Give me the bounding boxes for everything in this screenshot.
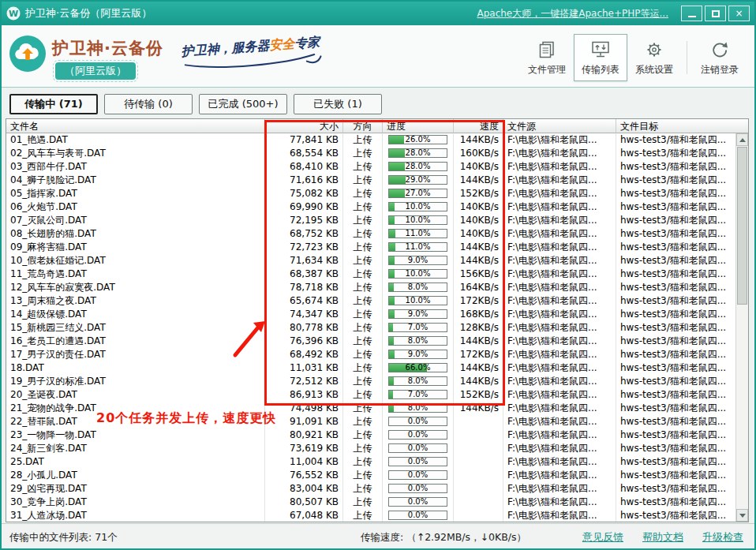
column-header-source[interactable]: 文件源 <box>503 119 616 133</box>
table-row[interactable]: 29_凶宅再现.DAT83,004 KB上传0.0%F:\电影\猫和老鼠四...… <box>6 482 735 496</box>
tab-transferring[interactable]: 传输中 (71) <box>9 94 98 114</box>
table-row[interactable]: 18.DAT11,031 KB上传66.0%144KB/sF:\电影\猫和老鼠四… <box>6 361 735 375</box>
table-row[interactable]: 20_圣诞夜.DAT86,913 KB上传7.0%152KB/sF:\电影\猫和… <box>6 388 735 402</box>
table-row[interactable]: 04_狮子脱险记.DAT71,616 KB上传29.0%144KB/sF:\电影… <box>6 174 735 187</box>
table-row[interactable]: 25.DAT11,004 KB上传0.0%F:\电影\猫和老鼠四...hws-t… <box>6 455 735 469</box>
file-size-cell: 69,990 KB <box>265 200 343 214</box>
tab-completed[interactable]: 已完成 (500+) <box>199 94 287 114</box>
progress-label: 10.0% <box>389 269 447 279</box>
table-row[interactable]: 11_荒岛奇遇.DAT68,387 KB上传10.0%156KB/sF:\电影\… <box>6 268 735 281</box>
file-size-cell: 68,554 KB <box>265 147 343 160</box>
table-row[interactable]: 28_小孤儿.DAT76,552 KB上传0.0%F:\电影\猫和老鼠四...h… <box>6 469 735 482</box>
column-header-size[interactable]: 大小 <box>265 119 343 133</box>
progress-bar: 9.0% <box>388 309 447 319</box>
file-size-cell: 71,616 KB <box>265 174 343 187</box>
file-size-cell: 72,512 KB <box>265 375 343 388</box>
speed-cell: 164KB/s <box>454 281 503 294</box>
column-header-speed[interactable]: 速度 <box>454 119 503 133</box>
toolbar-button-file-manager[interactable]: 文件管理 <box>520 34 574 81</box>
progress-cell: 9.0% <box>383 254 454 268</box>
table-row[interactable]: 05_指挥家.DAT75,082 KB上传27.0%152KB/sF:\电影\猫… <box>6 187 735 200</box>
file-name-cell: 28_小孤儿.DAT <box>6 469 265 482</box>
progress-cell: 66.0% <box>383 361 454 375</box>
progress-label: 9.0% <box>389 309 447 319</box>
progress-bar: 11.0% <box>388 242 447 252</box>
progress-label: 0.0% <box>389 511 447 520</box>
direction-cell: 上传 <box>343 147 383 160</box>
table-row[interactable]: 06_火炮节.DAT69,990 KB上传10.0%140KB/sF:\电影\猫… <box>6 200 735 214</box>
table-row[interactable]: 02_风车车与表哥.DAT68,554 KB上传28.0%160KB/sF:\电… <box>6 147 735 160</box>
table-row[interactable]: 17_男子汉的责任.DAT68,492 KB上传9.0%172KB/sF:\电影… <box>6 348 735 361</box>
source-cell: F:\电影\猫和老鼠四... <box>503 375 616 388</box>
column-header-filename[interactable]: 文件名 <box>6 119 265 133</box>
maximize-button[interactable] <box>705 6 726 21</box>
progress-label: 29.0% <box>389 175 447 185</box>
window-controls: × <box>681 6 750 21</box>
feedback-link[interactable]: 意见反馈 <box>582 530 623 544</box>
target-cell: hws-test3/猫和老鼠四... <box>616 308 735 321</box>
direction-cell: 上传 <box>343 227 383 241</box>
table-row[interactable]: 01_艳遇.DAT77,841 KB上传26.0%144KB/sF:\电影\猫和… <box>6 133 735 147</box>
help-docs-link[interactable]: 帮助文档 <box>642 530 683 544</box>
column-header-target[interactable]: 文件目标 <box>616 119 748 133</box>
table-row[interactable]: 31_人造冰场.DAT67,048 KB上传0.0%F:\电影\猫和老鼠四...… <box>6 509 735 522</box>
progress-label: 10.0% <box>389 202 447 211</box>
progress-cell: 10.0% <box>383 268 454 281</box>
table-row[interactable]: 30_竞争上岗.DAT80,507 KB上传0.0%F:\电影\猫和老鼠四...… <box>6 496 735 509</box>
scroll-down-button[interactable] <box>736 509 748 522</box>
table-row[interactable]: 10_假老妹征婚记.DAT71,634 KB上传9.0%144KB/sF:\电影… <box>6 254 735 268</box>
table-row[interactable]: 16_老员工的遭遇.DAT76,396 KB上传8.0%144KB/sF:\电影… <box>6 335 735 348</box>
vertical-scrollbar[interactable] <box>735 133 748 522</box>
tab-failed[interactable]: 已失败 (1) <box>294 94 382 114</box>
scrollbar-thumb[interactable] <box>737 147 747 305</box>
svg-text:W: W <box>9 9 18 19</box>
update-check-link[interactable]: 升级检查 <box>702 530 743 544</box>
minimize-button[interactable] <box>681 6 702 21</box>
tab-pending[interactable]: 待传输 (0) <box>104 94 193 114</box>
toolbar-button-logout[interactable]: 注销登录 <box>693 34 747 81</box>
source-cell: F:\电影\猫和老鼠四... <box>503 455 616 469</box>
file-size-cell: 77,841 KB <box>265 133 343 147</box>
file-name-cell: 08_长翅膀的猫.DAT <box>6 227 265 241</box>
progress-cell: 11.0% <box>383 241 454 254</box>
target-cell: hws-test3/猫和老鼠四... <box>616 174 735 187</box>
file-size-cell: 72,195 KB <box>265 214 343 227</box>
table-row[interactable]: 09_麻将害猫.DAT72,723 KB上传11.0%144KB/sF:\电影\… <box>6 241 735 254</box>
progress-cell: 8.0% <box>383 335 454 348</box>
progress-label: 11.0% <box>389 229 447 238</box>
direction-cell: 上传 <box>343 200 383 214</box>
table-row[interactable]: 15_新桃园三结义.DAT80,778 KB上传7.0%128KB/sF:\电影… <box>6 321 735 335</box>
progress-cell: 0.0% <box>383 509 454 522</box>
progress-label: 27.0% <box>389 189 447 198</box>
toolbar-button-transfer-list[interactable]: 传输列表 <box>574 34 627 81</box>
column-header-direction[interactable]: 方向 <box>343 119 383 133</box>
close-button[interactable]: × <box>728 6 750 21</box>
file-name-cell: 11_荒岛奇遇.DAT <box>6 268 265 281</box>
table-row[interactable]: 12_风车车的寂寞夜.DAT78,718 KB上传8.0%164KB/sF:\电… <box>6 281 735 294</box>
speed-cell <box>454 415 503 428</box>
target-cell: hws-test3/猫和老鼠四... <box>616 254 735 268</box>
progress-label: 0.0% <box>389 497 447 507</box>
toolbar-button-system-settings[interactable]: 系统设置 <box>627 34 681 81</box>
table-row[interactable]: 08_长翅膀的猫.DAT68,752 KB上传11.0%140KB/sF:\电影… <box>6 227 735 241</box>
table-row[interactable]: 23_一物降一物.DAT80,921 KB上传0.0%F:\电影\猫和老鼠四..… <box>6 428 735 442</box>
table-header: 文件名 大小 方向 进度 速度 文件源 文件目标 <box>6 119 748 133</box>
table-row[interactable]: 14_超级保镖.DAT74,347 KB上传9.0%168KB/sF:\电影\猫… <box>6 308 735 321</box>
direction-cell: 上传 <box>343 254 383 268</box>
apache-promo-link[interactable]: Apache大师，一键搭建Apache+PHP等运... <box>477 7 668 21</box>
speed-cell <box>454 482 503 496</box>
source-cell: F:\电影\猫和老鼠四... <box>503 200 616 214</box>
scroll-up-button[interactable] <box>736 133 748 146</box>
table-row[interactable]: 19_男子汉的标准.DAT72,512 KB上传8.0%144KB/sF:\电影… <box>6 375 735 388</box>
table-row[interactable]: 13_周末猫之夜.DAT65,674 KB上传10.0%172KB/sF:\电影… <box>6 294 735 308</box>
direction-cell: 上传 <box>343 268 383 281</box>
table-row[interactable]: 07_灭鼠公司.DAT72,195 KB上传10.0%140KB/sF:\电影\… <box>6 214 735 227</box>
file-name-cell: 15_新桃园三结义.DAT <box>6 321 265 335</box>
progress-bar: 0.0% <box>388 511 447 520</box>
table-row[interactable]: 03_西部牛仔.DAT68,410 KB上传28.0%140KB/sF:\电影\… <box>6 160 735 174</box>
column-header-progress[interactable]: 进度 <box>383 119 454 133</box>
table-row[interactable]: 24_新三剑客.DAT73,619 KB上传0.0%F:\电影\猫和老鼠四...… <box>6 442 735 455</box>
file-name-cell: 03_西部牛仔.DAT <box>6 160 265 174</box>
header-toolbar: 文件管理 传输列表 <box>520 34 747 81</box>
target-cell: hws-test3/猫和老鼠四... <box>616 442 735 455</box>
